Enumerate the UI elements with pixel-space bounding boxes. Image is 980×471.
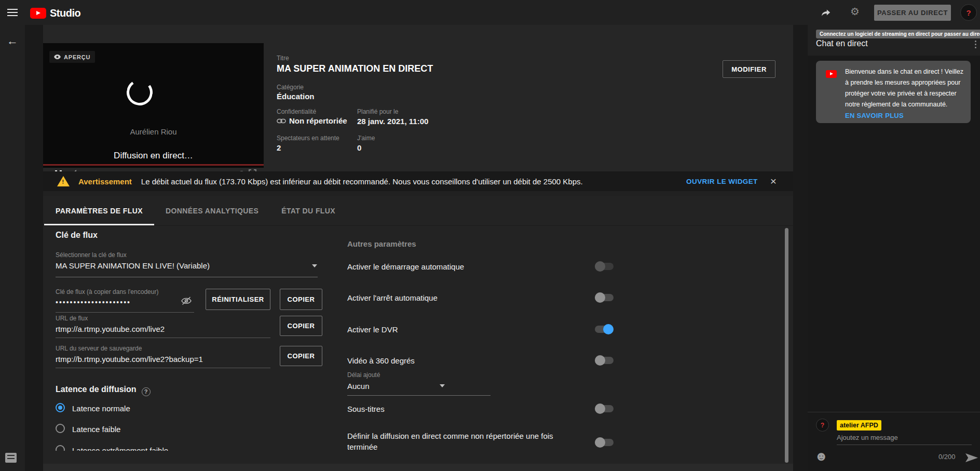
youtube-icon bbox=[826, 70, 837, 78]
chat-welcome-message: Bienvenue dans le chat en direct ! Veill… bbox=[845, 66, 965, 110]
delay-select-value[interactable]: Aucun bbox=[347, 382, 370, 391]
radio-ultra-low-latency-row-clipped: Latence extrêmement faible bbox=[56, 444, 263, 451]
video-360-toggle[interactable] bbox=[595, 357, 614, 364]
category-label: Catégorie bbox=[277, 84, 304, 91]
player-status-text: Diffusion en direct… bbox=[43, 151, 264, 161]
vertical-scrollbar[interactable] bbox=[785, 228, 788, 463]
chat-title: Chat en direct bbox=[816, 39, 868, 48]
radio-low-latency-label: Latence faible bbox=[72, 425, 120, 434]
autostop-label: Activer l'arrêt automatique bbox=[347, 293, 438, 302]
feedback-icon[interactable] bbox=[5, 453, 17, 463]
tab-analytics[interactable]: DONNÉES ANALYTIQUES bbox=[154, 196, 270, 225]
share-icon[interactable] bbox=[820, 7, 832, 20]
tab-stream-health[interactable]: ÉTAT DU FLUX bbox=[270, 196, 347, 225]
right-gutter bbox=[793, 25, 808, 471]
delay-label: Délai ajouté bbox=[347, 371, 380, 379]
chat-welcome-card: Bienvenue dans le chat en direct ! Veill… bbox=[816, 61, 971, 123]
radio-ultra-low-latency-label: Latence extrêmement faible bbox=[72, 446, 168, 451]
backup-underline bbox=[56, 368, 270, 368]
reveal-key-eye-off-icon[interactable] bbox=[181, 297, 192, 307]
unlist-when-done-label: Définir la diffusion en direct comme non… bbox=[347, 430, 578, 452]
warning-message: Le débit actuel du flux (173.70 Kbps) es… bbox=[141, 177, 583, 186]
captions-toggle[interactable] bbox=[595, 405, 614, 412]
stream-settings-card: PARAMÈTRES DE FLUX DONNÉES ANALYTIQUES É… bbox=[43, 196, 793, 464]
youtube-play-icon bbox=[30, 8, 46, 19]
scheduled-label: Planifié pour le bbox=[357, 108, 398, 115]
radio-ultra-low-latency[interactable] bbox=[56, 445, 65, 451]
go-live-button[interactable]: PASSER AU DIRECT bbox=[874, 5, 951, 21]
radio-normal-latency-label: Latence normale bbox=[72, 404, 130, 413]
broadcast-title: MA SUPER ANIMATION EN DIRECT bbox=[277, 63, 433, 74]
app-bar: Studio ⚙ PASSER AU DIRECT ? bbox=[0, 0, 980, 25]
chat-input-underline bbox=[837, 445, 972, 445]
unlist-when-done-toggle[interactable] bbox=[595, 439, 614, 446]
link-icon bbox=[277, 118, 286, 124]
backup-url-label: URL du serveur de sauvegarde bbox=[56, 345, 142, 352]
broadcast-summary-section: APERÇU Aurélien Riou Diffusion en direct… bbox=[43, 25, 793, 171]
eye-icon bbox=[54, 55, 61, 59]
video-preview-player[interactable]: APERÇU Aurélien Riou Diffusion en direct… bbox=[43, 43, 264, 168]
category-value: Éducation bbox=[277, 92, 315, 101]
warning-label: Avertissement bbox=[78, 177, 132, 186]
warning-banner: Avertissement Le débit actuel du flux (1… bbox=[43, 171, 793, 191]
tab-stream-settings[interactable]: PARAMÈTRES DE FLUX bbox=[44, 196, 154, 225]
help-icon[interactable]: ? bbox=[142, 387, 151, 396]
backup-url-value: rtmp://b.rtmp.youtube.com/live2?backup=1 bbox=[56, 355, 203, 364]
other-settings-title: Autres paramètres bbox=[347, 239, 416, 248]
edit-button[interactable]: MODIFIER bbox=[723, 60, 775, 78]
chat-message-input[interactable]: Ajoutez un message bbox=[837, 434, 898, 441]
likes-value: 0 bbox=[357, 143, 361, 152]
youtube-studio-logo[interactable]: Studio bbox=[30, 7, 80, 19]
reset-key-button[interactable]: RÉINITIALISER bbox=[206, 289, 270, 310]
stream-key-field-label: Clé de flux (à copier dans l'encodeur) bbox=[56, 288, 158, 295]
stream-key-select-value[interactable]: MA SUPER ANIMATION EN LIVE! (Variable) bbox=[56, 261, 210, 270]
tab-bar: PARAMÈTRES DE FLUX DONNÉES ANALYTIQUES É… bbox=[43, 196, 793, 226]
dvr-toggle[interactable] bbox=[595, 326, 614, 333]
loading-spinner-icon bbox=[125, 77, 155, 107]
autostart-toggle[interactable] bbox=[595, 263, 614, 270]
key-underline bbox=[56, 312, 194, 313]
dvr-label: Activer le DVR bbox=[347, 325, 398, 334]
back-arrow-icon[interactable]: ← bbox=[7, 34, 18, 48]
title-label: Titre bbox=[277, 55, 289, 62]
copy-url-button[interactable]: COPIER bbox=[280, 316, 322, 336]
send-message-icon[interactable] bbox=[965, 453, 978, 462]
learn-more-link[interactable]: EN SAVOIR PLUS bbox=[845, 112, 904, 119]
close-warning-icon[interactable]: × bbox=[770, 176, 777, 186]
waiting-viewers-value: 2 bbox=[277, 143, 281, 152]
video-360-label: Vidéo à 360 degrés bbox=[347, 356, 415, 365]
waiting-viewers-label: Spectateurs en attente bbox=[277, 134, 339, 142]
stream-key-section-title: Clé de flux bbox=[56, 231, 98, 240]
stream-key-select-label: Sélectionner la clé de flux bbox=[56, 251, 127, 259]
settings-gear-icon[interactable]: ⚙ bbox=[850, 5, 860, 18]
captions-label: Sous-titres bbox=[347, 405, 385, 413]
delay-chevron-down-icon[interactable] bbox=[440, 384, 445, 387]
warning-triangle-icon bbox=[57, 176, 70, 186]
copy-key-button[interactable]: COPIER bbox=[280, 289, 322, 310]
radio-low-latency[interactable] bbox=[56, 424, 65, 433]
privacy-label: Confidentialité bbox=[277, 108, 316, 115]
hamburger-menu-icon[interactable] bbox=[7, 9, 18, 16]
page-bottom-strip bbox=[43, 464, 793, 471]
channel-watermark: Aurélien Riou bbox=[43, 127, 264, 136]
left-gutter bbox=[25, 25, 43, 471]
open-widget-link[interactable]: OUVRIR LE WIDGET bbox=[686, 178, 758, 185]
emoji-icon[interactable]: ☻ bbox=[814, 450, 828, 463]
likes-label: J'aime bbox=[357, 134, 375, 142]
delay-underline bbox=[347, 395, 491, 396]
chat-user-avatar: ? bbox=[816, 419, 829, 432]
latency-section-title: Latence de diffusion? bbox=[56, 385, 151, 396]
live-chat-panel: Chat en direct Connectez un logiciel de … bbox=[808, 25, 980, 471]
privacy-value: Non répertoriée bbox=[289, 116, 347, 125]
chat-menu-kebab-icon[interactable] bbox=[975, 41, 976, 50]
privacy-row: Non répertoriée bbox=[277, 116, 347, 125]
copy-backup-button[interactable]: COPIER bbox=[280, 346, 322, 366]
account-avatar[interactable]: ? bbox=[960, 4, 977, 21]
stream-url-value: rtmp://a.rtmp.youtube.com/live2 bbox=[56, 325, 165, 333]
chat-input-divider bbox=[808, 412, 980, 412]
autostop-toggle[interactable] bbox=[595, 294, 614, 301]
autostart-label: Activer le démarrage automatique bbox=[347, 262, 464, 271]
chevron-down-icon[interactable] bbox=[312, 264, 317, 267]
stream-key-masked-value: ••••••••••••••••••••• bbox=[56, 298, 131, 306]
radio-normal-latency[interactable] bbox=[56, 403, 65, 412]
